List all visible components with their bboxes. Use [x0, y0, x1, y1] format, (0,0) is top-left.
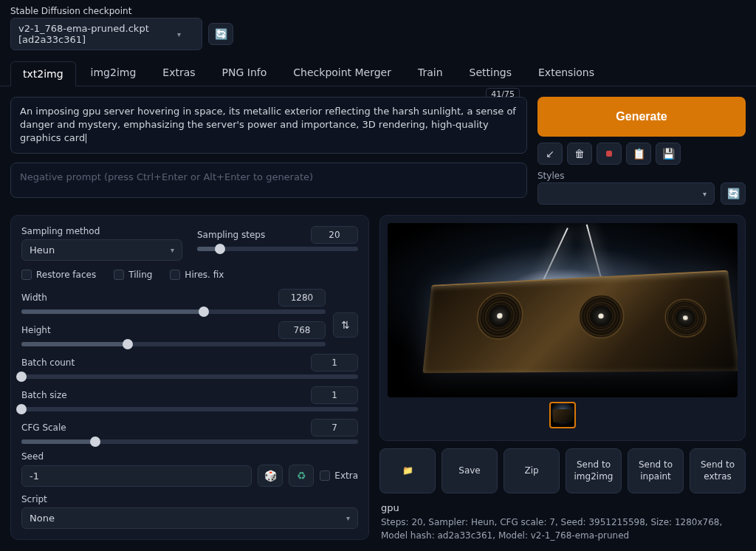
chevron-down-icon: ▾: [177, 30, 181, 38]
checkpoint-label: Stable Diffusion checkpoint: [10, 6, 746, 16]
swap-dimensions-button[interactable]: ⇅: [333, 312, 358, 338]
sampling-steps-label: Sampling steps: [197, 230, 265, 240]
negative-prompt-input[interactable]: Negative prompt (press Ctrl+Enter or Alt…: [10, 162, 527, 198]
folder-icon: 📁: [402, 465, 413, 477]
chevron-down-icon: ▾: [346, 514, 350, 522]
sampling-steps-value[interactable]: 20: [311, 226, 358, 244]
thumbnail[interactable]: [549, 402, 576, 428]
result-params: Steps: 20, Sampler: Heun, CFG scale: 7, …: [381, 516, 744, 542]
seed-label: Seed: [21, 451, 358, 462]
generation-info: gpu Steps: 20, Sampler: Heun, CFG scale:…: [379, 501, 746, 542]
cfg-scale-label: CFG Scale: [21, 422, 66, 433]
tab-checkpoint-merger[interactable]: Checkpoint Merger: [281, 61, 403, 86]
tab-train[interactable]: Train: [406, 61, 455, 86]
open-folder-button[interactable]: 📁: [379, 448, 436, 493]
refresh-checkpoint-button[interactable]: 🔄: [208, 23, 233, 45]
script-label: Script: [21, 494, 358, 504]
checkpoint-value: v2-1_768-ema-pruned.ckpt [ad2a33c361]: [18, 23, 177, 45]
tab-extras[interactable]: Extras: [151, 61, 207, 86]
cfg-scale-value[interactable]: 7: [311, 419, 358, 437]
generated-image[interactable]: [388, 223, 738, 397]
generation-params-panel: Sampling method Heun ▾ Sampling steps 20: [10, 215, 369, 540]
batch-count-value[interactable]: 1: [311, 354, 358, 372]
save-button[interactable]: Save: [441, 448, 498, 493]
recycle-icon[interactable]: ♻: [289, 465, 314, 487]
width-label: Width: [21, 292, 47, 303]
width-value[interactable]: 1280: [278, 289, 326, 307]
height-slider[interactable]: [21, 342, 326, 346]
text-cursor: [86, 134, 86, 143]
prompt-input[interactable]: An imposing gpu server hovering in space…: [10, 97, 527, 154]
height-label: Height: [21, 325, 51, 335]
width-slider[interactable]: [21, 309, 326, 314]
styles-label: Styles: [537, 171, 715, 181]
chevron-down-icon: ▾: [171, 246, 174, 254]
zip-button[interactable]: Zip: [504, 448, 560, 493]
seed-input[interactable]: -1: [21, 465, 252, 487]
seed-extra-checkbox[interactable]: Extra: [320, 470, 358, 481]
main-tabs: txt2img img2img Extras PNG Info Checkpoi…: [0, 53, 756, 86]
negative-prompt-placeholder: Negative prompt (press Ctrl+Enter or Alt…: [20, 171, 313, 182]
send-to-inpaint-button[interactable]: Send to inpaint: [628, 448, 684, 493]
clipboard-icon[interactable]: 📋: [626, 143, 651, 165]
stop-icon[interactable]: [597, 143, 622, 165]
script-select[interactable]: None ▾: [21, 507, 358, 529]
result-title: gpu: [381, 501, 744, 516]
chevron-down-icon: ▾: [703, 190, 707, 198]
hires-fix-checkbox[interactable]: Hires. fix: [170, 270, 224, 280]
save-icon[interactable]: 💾: [656, 143, 681, 165]
send-to-img2img-button[interactable]: Send to img2img: [566, 448, 622, 493]
tiling-checkbox[interactable]: Tiling: [114, 270, 152, 280]
output-preview: ✕: [379, 215, 746, 441]
checkpoint-select[interactable]: v2-1_768-ema-pruned.ckpt [ad2a33c361] ▾: [10, 18, 202, 50]
sampling-steps-slider[interactable]: [197, 247, 358, 251]
generate-button[interactable]: Generate: [537, 97, 746, 137]
batch-count-label: Batch count: [21, 357, 75, 368]
tab-pnginfo[interactable]: PNG Info: [210, 61, 279, 86]
batch-count-slider[interactable]: [21, 374, 358, 379]
batch-size-label: Batch size: [21, 390, 67, 400]
tab-img2img[interactable]: img2img: [79, 61, 148, 86]
batch-size-value[interactable]: 1: [311, 386, 358, 404]
trash-icon[interactable]: 🗑: [567, 143, 592, 165]
tab-txt2img[interactable]: txt2img: [10, 61, 76, 86]
height-value[interactable]: 768: [278, 321, 326, 339]
sampling-method-select[interactable]: Heun ▾: [21, 239, 182, 261]
tab-extensions[interactable]: Extensions: [526, 61, 606, 86]
dice-icon[interactable]: 🎲: [258, 465, 283, 487]
send-to-extras-button[interactable]: Send to extras: [690, 448, 746, 493]
sampling-method-label: Sampling method: [21, 226, 182, 236]
batch-size-slider[interactable]: [21, 407, 358, 411]
restore-faces-checkbox[interactable]: Restore faces: [21, 270, 96, 280]
prompt-text: An imposing gpu server hovering in space…: [20, 106, 516, 143]
cfg-scale-slider[interactable]: [21, 439, 358, 444]
arrow-down-left-icon[interactable]: ↙: [537, 143, 563, 165]
refresh-styles-button[interactable]: 🔄: [721, 182, 746, 205]
styles-select[interactable]: ▾: [537, 182, 715, 205]
tab-settings[interactable]: Settings: [458, 61, 523, 86]
